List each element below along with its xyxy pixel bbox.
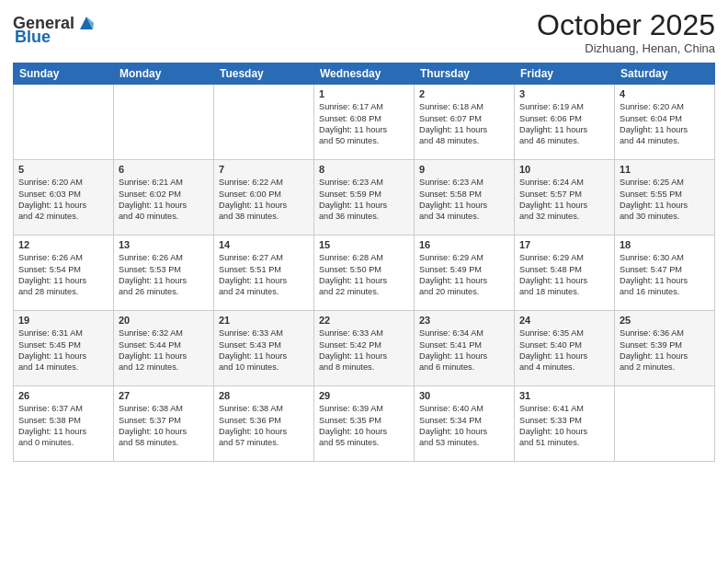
col-header-thursday: Thursday xyxy=(415,63,515,85)
calendar-day-17: 17Sunrise: 6:29 AM Sunset: 5:48 PM Dayli… xyxy=(515,236,615,311)
col-header-friday: Friday xyxy=(515,63,615,85)
day-number: 20 xyxy=(119,315,209,326)
day-number: 12 xyxy=(18,239,108,250)
calendar-day-24: 24Sunrise: 6:35 AM Sunset: 5:40 PM Dayli… xyxy=(515,311,615,386)
day-info: Sunrise: 6:26 AM Sunset: 5:53 PM Dayligh… xyxy=(119,252,209,298)
day-number: 3 xyxy=(519,88,609,99)
day-number: 21 xyxy=(219,315,309,326)
logo-icon xyxy=(76,13,97,33)
calendar-day-27: 27Sunrise: 6:38 AM Sunset: 5:37 PM Dayli… xyxy=(114,386,214,462)
col-header-wednesday: Wednesday xyxy=(314,63,415,85)
day-info: Sunrise: 6:40 AM Sunset: 5:34 PM Dayligh… xyxy=(419,403,509,449)
day-number: 7 xyxy=(219,164,309,175)
day-number: 28 xyxy=(219,390,309,401)
calendar-day-20: 20Sunrise: 6:32 AM Sunset: 5:44 PM Dayli… xyxy=(114,311,214,386)
calendar-day-10: 10Sunrise: 6:24 AM Sunset: 5:57 PM Dayli… xyxy=(515,160,615,236)
day-number: 25 xyxy=(620,315,710,326)
day-number: 5 xyxy=(18,164,108,175)
day-number: 9 xyxy=(419,164,509,175)
day-number: 16 xyxy=(419,239,509,250)
day-number: 10 xyxy=(519,164,609,175)
col-header-sunday: Sunday xyxy=(14,63,114,85)
day-info: Sunrise: 6:26 AM Sunset: 5:54 PM Dayligh… xyxy=(18,252,108,298)
calendar-day-12: 12Sunrise: 6:26 AM Sunset: 5:54 PM Dayli… xyxy=(14,236,114,311)
day-number: 26 xyxy=(18,390,108,401)
logo-blue: Blue xyxy=(15,28,51,47)
calendar-empty xyxy=(14,85,114,160)
calendar-week-row: 5Sunrise: 6:20 AM Sunset: 6:03 PM Daylig… xyxy=(14,160,715,236)
col-header-tuesday: Tuesday xyxy=(214,63,314,85)
location-subtitle: Dizhuang, Henan, China xyxy=(537,41,715,55)
day-number: 17 xyxy=(519,239,609,250)
day-number: 18 xyxy=(620,239,710,250)
day-number: 2 xyxy=(419,88,509,99)
day-number: 1 xyxy=(319,88,409,99)
day-number: 27 xyxy=(119,390,209,401)
day-info: Sunrise: 6:38 AM Sunset: 5:36 PM Dayligh… xyxy=(219,403,309,449)
day-number: 14 xyxy=(219,239,309,250)
day-number: 4 xyxy=(620,88,710,99)
calendar-day-29: 29Sunrise: 6:39 AM Sunset: 5:35 PM Dayli… xyxy=(314,386,415,462)
day-info: Sunrise: 6:18 AM Sunset: 6:07 PM Dayligh… xyxy=(419,101,509,147)
calendar-day-13: 13Sunrise: 6:26 AM Sunset: 5:53 PM Dayli… xyxy=(114,236,214,311)
calendar-day-4: 4Sunrise: 6:20 AM Sunset: 6:04 PM Daylig… xyxy=(615,85,715,160)
calendar-day-7: 7Sunrise: 6:22 AM Sunset: 6:00 PM Daylig… xyxy=(214,160,314,236)
month-title: October 2025 xyxy=(537,9,715,41)
calendar-week-row: 12Sunrise: 6:26 AM Sunset: 5:54 PM Dayli… xyxy=(14,236,715,311)
title-block: October 2025 Dizhuang, Henan, China xyxy=(537,9,715,55)
calendar-day-5: 5Sunrise: 6:20 AM Sunset: 6:03 PM Daylig… xyxy=(14,160,114,236)
calendar-day-11: 11Sunrise: 6:25 AM Sunset: 5:55 PM Dayli… xyxy=(615,160,715,236)
day-info: Sunrise: 6:34 AM Sunset: 5:41 PM Dayligh… xyxy=(419,327,509,373)
calendar-day-9: 9Sunrise: 6:23 AM Sunset: 5:58 PM Daylig… xyxy=(415,160,515,236)
calendar-day-6: 6Sunrise: 6:21 AM Sunset: 6:02 PM Daylig… xyxy=(114,160,214,236)
day-info: Sunrise: 6:32 AM Sunset: 5:44 PM Dayligh… xyxy=(119,327,209,373)
calendar-day-28: 28Sunrise: 6:38 AM Sunset: 5:36 PM Dayli… xyxy=(214,386,314,462)
day-number: 15 xyxy=(319,239,409,250)
day-info: Sunrise: 6:35 AM Sunset: 5:40 PM Dayligh… xyxy=(519,327,609,373)
calendar-day-23: 23Sunrise: 6:34 AM Sunset: 5:41 PM Dayli… xyxy=(415,311,515,386)
day-number: 8 xyxy=(319,164,409,175)
col-header-monday: Monday xyxy=(114,63,214,85)
day-info: Sunrise: 6:27 AM Sunset: 5:51 PM Dayligh… xyxy=(219,252,309,298)
col-header-saturday: Saturday xyxy=(615,63,715,85)
calendar-empty xyxy=(615,386,715,462)
calendar-day-31: 31Sunrise: 6:41 AM Sunset: 5:33 PM Dayli… xyxy=(515,386,615,462)
calendar-header-row: SundayMondayTuesdayWednesdayThursdayFrid… xyxy=(14,63,715,85)
day-info: Sunrise: 6:33 AM Sunset: 5:43 PM Dayligh… xyxy=(219,327,309,373)
calendar-day-21: 21Sunrise: 6:33 AM Sunset: 5:43 PM Dayli… xyxy=(214,311,314,386)
calendar-empty xyxy=(114,85,214,160)
calendar-day-22: 22Sunrise: 6:33 AM Sunset: 5:42 PM Dayli… xyxy=(314,311,415,386)
day-number: 13 xyxy=(119,239,209,250)
calendar-day-25: 25Sunrise: 6:36 AM Sunset: 5:39 PM Dayli… xyxy=(615,311,715,386)
day-info: Sunrise: 6:25 AM Sunset: 5:55 PM Dayligh… xyxy=(620,177,710,223)
calendar-day-19: 19Sunrise: 6:31 AM Sunset: 5:45 PM Dayli… xyxy=(14,311,114,386)
day-info: Sunrise: 6:41 AM Sunset: 5:33 PM Dayligh… xyxy=(519,403,609,449)
day-info: Sunrise: 6:22 AM Sunset: 6:00 PM Dayligh… xyxy=(219,177,309,223)
day-info: Sunrise: 6:29 AM Sunset: 5:49 PM Dayligh… xyxy=(419,252,509,298)
day-info: Sunrise: 6:29 AM Sunset: 5:48 PM Dayligh… xyxy=(519,252,609,298)
day-info: Sunrise: 6:28 AM Sunset: 5:50 PM Dayligh… xyxy=(319,252,409,298)
day-info: Sunrise: 6:39 AM Sunset: 5:35 PM Dayligh… xyxy=(319,403,409,449)
day-info: Sunrise: 6:31 AM Sunset: 5:45 PM Dayligh… xyxy=(18,327,108,373)
day-info: Sunrise: 6:17 AM Sunset: 6:08 PM Dayligh… xyxy=(319,101,409,147)
calendar-day-16: 16Sunrise: 6:29 AM Sunset: 5:49 PM Dayli… xyxy=(415,236,515,311)
day-number: 22 xyxy=(319,315,409,326)
calendar-day-14: 14Sunrise: 6:27 AM Sunset: 5:51 PM Dayli… xyxy=(214,236,314,311)
day-info: Sunrise: 6:30 AM Sunset: 5:47 PM Dayligh… xyxy=(620,252,710,298)
day-number: 24 xyxy=(519,315,609,326)
header: General Blue October 2025 Dizhuang, Hena… xyxy=(13,9,715,55)
calendar-day-2: 2Sunrise: 6:18 AM Sunset: 6:07 PM Daylig… xyxy=(415,85,515,160)
day-number: 11 xyxy=(620,164,710,175)
day-info: Sunrise: 6:23 AM Sunset: 5:58 PM Dayligh… xyxy=(419,177,509,223)
calendar-day-1: 1Sunrise: 6:17 AM Sunset: 6:08 PM Daylig… xyxy=(314,85,415,160)
day-info: Sunrise: 6:21 AM Sunset: 6:02 PM Dayligh… xyxy=(119,177,209,223)
day-info: Sunrise: 6:20 AM Sunset: 6:04 PM Dayligh… xyxy=(620,101,710,147)
day-info: Sunrise: 6:19 AM Sunset: 6:06 PM Dayligh… xyxy=(519,101,609,147)
day-info: Sunrise: 6:24 AM Sunset: 5:57 PM Dayligh… xyxy=(519,177,609,223)
calendar-week-row: 19Sunrise: 6:31 AM Sunset: 5:45 PM Dayli… xyxy=(14,311,715,386)
day-number: 23 xyxy=(419,315,509,326)
day-number: 19 xyxy=(18,315,108,326)
day-number: 31 xyxy=(519,390,609,401)
day-number: 29 xyxy=(319,390,409,401)
day-info: Sunrise: 6:20 AM Sunset: 6:03 PM Dayligh… xyxy=(18,177,108,223)
